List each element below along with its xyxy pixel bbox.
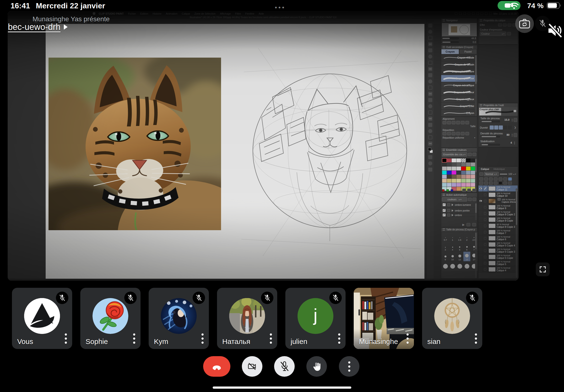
- brush-size-cell[interactable]: 2: [463, 232, 470, 242]
- menubar-status-icon[interactable]: [463, 12, 466, 15]
- new-layer-icon[interactable]: [479, 182, 483, 185]
- layer-thumbnail[interactable]: [488, 261, 496, 266]
- brush-size-cell[interactable]: 3: [442, 242, 449, 252]
- color-swatch[interactable]: [461, 179, 466, 183]
- menu-item[interactable]: Calque: [180, 12, 193, 15]
- brush-size-cell[interactable]: 1: [449, 232, 456, 242]
- menubar-status-icon[interactable]: [485, 12, 488, 15]
- layer-thumbnail[interactable]: [488, 217, 496, 222]
- color-swatches[interactable]: [428, 148, 433, 153]
- more-options-button[interactable]: [339, 356, 359, 377]
- record-action-icon[interactable]: [467, 223, 470, 226]
- menu-item[interactable]: Animation: [164, 12, 180, 15]
- menubar-status-icon[interactable]: [481, 12, 483, 15]
- color-swatch[interactable]: [447, 179, 452, 183]
- repartition-button[interactable]: [456, 132, 460, 135]
- color-swatch[interactable]: [456, 167, 461, 170]
- color-swatch[interactable]: [442, 167, 447, 170]
- action-checkbox[interactable]: [443, 203, 446, 206]
- brush-size-cell[interactable]: 5: [456, 242, 463, 252]
- color-swatch[interactable]: [442, 183, 447, 187]
- color-swatch[interactable]: [461, 183, 466, 187]
- menu-item[interactable]: Édition: [138, 12, 151, 15]
- new-layer-folder-icon[interactable]: [484, 182, 488, 185]
- brush-item[interactable]: Crayon réaliste: [441, 54, 477, 61]
- tab-historique[interactable]: Historique: [494, 168, 505, 170]
- color-swatch[interactable]: [466, 163, 470, 166]
- layer-row[interactable]: 100 % NormalCalque 7: [479, 229, 518, 235]
- brush-item[interactable]: Crayon mécanique: [441, 82, 477, 89]
- layer-thumbnail[interactable]: [488, 267, 496, 272]
- align-button[interactable]: [461, 121, 465, 124]
- scrollbar[interactable]: [516, 189, 517, 225]
- color-swatch[interactable]: [456, 179, 461, 183]
- repartition-button[interactable]: [452, 132, 455, 135]
- color-swatch[interactable]: [466, 171, 470, 174]
- eye-icon[interactable]: [479, 188, 482, 189]
- copy-icon[interactable]: [468, 198, 472, 201]
- repartition-button[interactable]: [465, 132, 469, 135]
- apply-mask-icon[interactable]: [503, 182, 507, 185]
- camera-switch-button[interactable]: [515, 14, 534, 33]
- wrench-icon[interactable]: [468, 153, 472, 156]
- screenshare-presentation[interactable]: CLIP STUDIO PAINTFichierÉditionHistoireA…: [8, 11, 519, 281]
- panel-menu-icon[interactable]: [480, 19, 482, 21]
- color-swatch[interactable]: [442, 158, 447, 162]
- play-action-icon[interactable]: ▶: [462, 223, 465, 226]
- chevron-right-icon[interactable]: ❯: [514, 126, 516, 129]
- expression-extra-button[interactable]: [507, 32, 511, 35]
- csp-tool-icon[interactable]: [428, 73, 432, 77]
- mic-off-button[interactable]: [274, 356, 295, 377]
- csp-tool-icon[interactable]: [428, 141, 432, 146]
- rgb-swatch[interactable]: [442, 189, 444, 192]
- csp-tool-icon[interactable]: [428, 135, 432, 139]
- color-swatch[interactable]: [452, 183, 456, 187]
- csp-tool-icon[interactable]: [428, 23, 432, 28]
- color-swatch[interactable]: [442, 171, 447, 174]
- tab-crayon[interactable]: Crayon: [441, 49, 459, 54]
- tile-sian[interactable]: sian: [422, 288, 482, 349]
- color-swatch[interactable]: [452, 171, 456, 174]
- color-swatch[interactable]: [442, 175, 447, 179]
- brush-size-cell[interactable]: 4: [449, 242, 456, 252]
- layer-thumbnail[interactable]: [488, 199, 496, 203]
- hardness-step[interactable]: [499, 126, 503, 129]
- tile-options-button[interactable]: [65, 334, 67, 344]
- menu-item[interactable]: Aide: [256, 12, 266, 15]
- layer-tool-icon[interactable]: [479, 177, 483, 181]
- color-swatch[interactable]: [447, 171, 452, 174]
- color-swatch[interactable]: [461, 171, 466, 174]
- layer-thumbnail[interactable]: [488, 192, 496, 197]
- transfer-layer-icon[interactable]: [489, 182, 493, 185]
- brush-size-cell[interactable]: 6: [463, 242, 470, 252]
- tile-options-button[interactable]: [270, 334, 272, 344]
- menu-item[interactable]: Fenêtre: [243, 12, 256, 15]
- color-swatch[interactable]: [452, 167, 456, 170]
- scrollbar[interactable]: [475, 203, 477, 213]
- color-swatch[interactable]: [456, 158, 461, 162]
- color-swatch[interactable]: [447, 167, 452, 170]
- brush-item[interactable]: Crayon plus sombre: [441, 68, 477, 75]
- menubar-status-icon[interactable]: [455, 12, 457, 15]
- brush-size-cell[interactable]: 10: [449, 252, 456, 261]
- layer-row[interactable]: 100 % NormalCapture d'écran 2: [479, 198, 518, 204]
- brush-size-cell[interactable]: 12: [456, 252, 463, 261]
- layer-thumbnail[interactable]: [488, 236, 496, 241]
- brush-item[interactable]: Crayon: [441, 110, 477, 117]
- panel-menu-icon[interactable]: [443, 19, 445, 21]
- color-swatch[interactable]: [447, 163, 452, 166]
- csp-tool-icon[interactable]: [428, 98, 432, 102]
- brush-size-cell[interactable]: 15: [463, 252, 470, 261]
- align-button[interactable]: [447, 121, 451, 124]
- action-checkbox[interactable]: [443, 209, 446, 212]
- chevron-down-icon[interactable]: ▼: [474, 137, 476, 139]
- color-swatch[interactable]: [461, 163, 466, 166]
- apple-menu-icon[interactable]: [93, 12, 95, 15]
- color-swatch[interactable]: [456, 187, 461, 191]
- layer-row[interactable]: 100 % NormalCalque 6: [479, 235, 518, 241]
- rgb-swatch[interactable]: [446, 189, 449, 192]
- layer-row[interactable]: 100 % NormalCalque 5 Copie: [479, 254, 518, 260]
- color-swatch[interactable]: [456, 171, 461, 174]
- color-swatch[interactable]: [447, 183, 452, 187]
- color-swatch[interactable]: [466, 175, 470, 179]
